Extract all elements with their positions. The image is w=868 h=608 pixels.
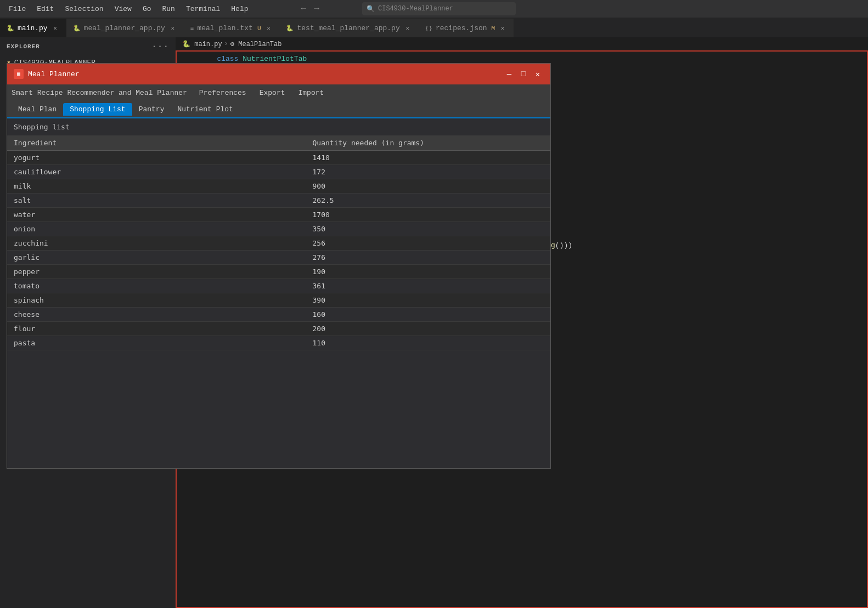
tab-meal-plan[interactable]: Meal Plan [12,103,63,116]
tab-recipes-json[interactable]: {} recipes.json M ✕ [419,19,514,37]
nav-back-button[interactable]: ← [299,3,309,15]
menu-help[interactable]: Help [227,3,252,15]
tab-meal-planner-app[interactable]: 🐍 meal_planner_app.py ✕ [66,19,184,37]
quantity-cell: 160 [306,308,551,322]
menu-file[interactable]: File [4,3,30,15]
breadcrumb-sep: › [224,40,228,48]
dialog-maximize-button[interactable]: □ [517,68,529,80]
tab-close-main[interactable]: ✕ [51,24,60,33]
ingredient-cell: pepper [7,265,306,279]
dialog-menubar: Smart Recipe Recommender and Meal Planne… [7,84,550,101]
menu-preferences[interactable]: Preferences [194,87,252,99]
tab-nutrient-plot[interactable]: Nutrient Plot [171,103,239,116]
tab-pantry[interactable]: Pantry [132,103,171,116]
menu-import[interactable]: Import [293,87,330,99]
table-row: garlic276 [7,251,550,265]
modified-badge-m: M [492,25,495,32]
ingredient-cell: water [7,208,306,222]
quantity-cell: 390 [306,293,551,308]
tab-main-py[interactable]: 🐍 main.py ✕ [0,19,66,37]
menu-view[interactable]: View [110,3,136,15]
dialog-window-controls: — □ ✕ [503,68,544,80]
table-row: yogurt1410 [7,151,550,165]
quantity-cell: 190 [306,265,551,279]
app-subtitle: Smart Recipe Recommender and Meal Planne… [12,89,187,97]
json-icon: {} [425,25,432,32]
tab-test-meal-planner[interactable]: 🐍 test_meal_planner_app.py ✕ [279,19,418,37]
tab-close-4[interactable]: ✕ [403,24,412,33]
table-header-row: Ingredient Quantity needed (in grams) [7,135,550,151]
code-text: class NutrientPlotTab [204,55,307,63]
ingredient-cell: onion [7,222,306,236]
menu-run[interactable]: Run [157,3,179,15]
meal-planner-dialog: ▦ Meal Planner — □ ✕ Smart Recipe Recomm… [7,63,551,469]
tab-label-5: recipes.json [436,24,487,32]
menu-export[interactable]: Export [254,87,291,99]
tab-label-3: meal_plan.txt [197,24,252,32]
ingredient-cell: salt [7,194,306,208]
search-icon: 🔍 [367,5,375,13]
quantity-cell: 200 [306,322,551,336]
tab-close-5[interactable]: ✕ [498,24,507,33]
ingredient-cell: cheese [7,308,306,322]
table-row: pepper190 [7,265,550,279]
quantity-cell: 1410 [306,151,551,165]
dialog-close-button[interactable]: ✕ [532,68,544,80]
quantity-cell: 900 [306,179,551,194]
quantity-cell: 1700 [306,208,551,222]
ingredient-cell: pasta [7,336,306,350]
menu-edit[interactable]: Edit [32,3,58,15]
dialog-title: Meal Planner [28,70,503,78]
tab-label: main.py [18,24,48,32]
menu-selection[interactable]: Selection [60,3,108,15]
shopping-list-scroll[interactable]: Ingredient Quantity needed (in grams) yo… [7,135,550,468]
sidebar-header: EXPLORER ··· [0,37,176,56]
tab-label-2: meal_planner_app.py [84,24,165,32]
ingredient-cell: milk [7,179,306,194]
dialog-titlebar: ▦ Meal Planner — □ ✕ [7,64,550,84]
tab-close-2[interactable]: ✕ [168,24,177,33]
menu-terminal[interactable]: Terminal [182,3,224,15]
tab-shopping-list[interactable]: Shopping List [63,103,132,116]
table-row: milk900 [7,179,550,194]
tab-meal-plan-txt[interactable]: ≡ meal_plan.txt U ✕ [184,19,280,37]
tab-close-3[interactable]: ✕ [264,24,273,33]
ingredient-cell: spinach [7,293,306,308]
modified-badge-u: U [257,25,261,32]
tab-label-4: test_meal_planner_app.py [297,24,399,32]
search-placeholder: CIS4930-MealPlanner [378,5,453,13]
shopping-list-heading: Shopping list [7,118,550,135]
search-bar[interactable]: 🔍 CIS4930-MealPlanner [362,2,516,15]
table-row: flour200 [7,322,550,336]
quantity-cell: 276 [306,251,551,265]
tabbar: 🐍 main.py ✕ 🐍 meal_planner_app.py ✕ ≡ me… [0,18,868,37]
table-row: onion350 [7,222,550,236]
table-row: zucchini256 [7,236,550,251]
table-row: spinach390 [7,293,550,308]
quantity-cell: 350 [306,222,551,236]
table-row: cauliflower172 [7,165,550,179]
table-row: water1700 [7,208,550,222]
sidebar-more-button[interactable]: ··· [151,42,169,52]
breadcrumb-file: 🐍 main.py [182,40,222,48]
ingredient-cell: flour [7,322,306,336]
ingredient-cell: zucchini [7,236,306,251]
app-icon-symbol: ▦ [17,71,20,77]
table-row: tomato361 [7,279,550,293]
ingredient-cell: yogurt [7,151,306,165]
ingredient-cell: garlic [7,251,306,265]
table-row: pasta110 [7,336,550,350]
shopping-table-body: yogurt1410cauliflower172milk900salt262.5… [7,151,550,350]
ingredient-cell: cauliflower [7,165,306,179]
python-icon: 🐍 [7,25,14,32]
col-header-quantity: Quantity needed (in grams) [306,135,551,151]
menu-go[interactable]: Go [138,3,156,15]
dialog-tabbar: Meal Plan Shopping List Pantry Nutrient … [7,101,550,118]
python-icon-3: 🐍 [286,25,294,32]
breadcrumb: 🐍 main.py › ⚙ MealPlanTab [176,37,868,50]
nav-forward-button[interactable]: → [312,3,322,15]
python-icon-2: 🐍 [73,25,81,32]
dialog-minimize-button[interactable]: — [503,68,515,80]
col-header-ingredient: Ingredient [7,135,306,151]
txt-icon: ≡ [190,25,194,32]
